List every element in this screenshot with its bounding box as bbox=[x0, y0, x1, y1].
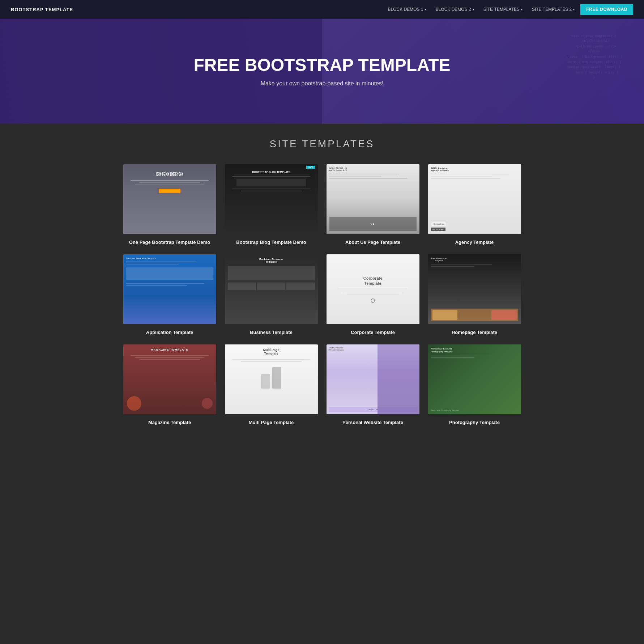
free-download-button[interactable]: FREE DOWNLOAD bbox=[580, 4, 633, 15]
brand-logo[interactable]: BOOTSTRAP TEMPLATE bbox=[11, 7, 73, 12]
template-name-one-page: One Page Bootstrap Template Demo bbox=[123, 239, 216, 246]
template-thumb-application: Bootstrap Application Template bbox=[123, 254, 216, 324]
hero-title: FREE BOOTSTRAP TEMPLATE bbox=[193, 56, 450, 75]
template-thumb-agency: HTML BootstrapAgency Template Contact us… bbox=[428, 164, 521, 234]
template-card-homepage[interactable]: Free HomepageTemplate Homepage Template bbox=[428, 254, 521, 336]
template-thumb-personal: HTML PersonalWebsite Template CONTACT ME bbox=[327, 344, 419, 414]
nav-site-templates-2[interactable]: SITE TEMPLATES 2 ▾ bbox=[528, 5, 578, 14]
template-card-magazine[interactable]: MAGAZINE TEMPLATE Magazine Template bbox=[123, 344, 216, 426]
template-thumb-homepage: Free HomepageTemplate bbox=[428, 254, 521, 324]
template-name-photography: Photography Template bbox=[428, 419, 521, 426]
template-name-magazine: Magazine Template bbox=[123, 419, 216, 426]
template-thumb-magazine: MAGAZINE TEMPLATE bbox=[123, 344, 216, 414]
templates-section: SITE TEMPLATES ONE PAGE TEMPLATE One Pag… bbox=[0, 124, 644, 458]
template-card-about[interactable]: HTML ABOUT USPAGE TEMPLATE ▶ ▶ About Us … bbox=[327, 164, 419, 246]
template-name-blog: Bootstrap Blog Template Demo bbox=[225, 239, 318, 246]
hero-subtitle: Make your own bootstrap-based site in mi… bbox=[193, 80, 450, 87]
template-card-photography[interactable]: Responsive BootstrapPhotography Template… bbox=[428, 344, 521, 426]
template-thumb-multipage: Multi PageTemplate bbox=[225, 344, 318, 414]
template-thumb-about: HTML ABOUT USPAGE TEMPLATE ▶ ▶ bbox=[327, 164, 419, 234]
template-card-personal[interactable]: HTML PersonalWebsite Template CONTACT ME… bbox=[327, 344, 419, 426]
nav-links: BLOCK DEMOS 1 ▾ BLOCK DEMOS 2 ▾ SITE TEM… bbox=[384, 4, 633, 15]
dropdown-caret: ▾ bbox=[521, 8, 523, 11]
templates-grid: ONE PAGE TEMPLATE One Page Bootstrap Tem… bbox=[123, 164, 521, 426]
section-title: SITE TEMPLATES bbox=[7, 138, 637, 150]
dropdown-caret: ▾ bbox=[473, 8, 474, 11]
template-thumb-blog: LIVE BOOTSTRAP BLOG TEMPLATE bbox=[225, 164, 318, 234]
template-thumb-corporate: CorporateTemplate bbox=[327, 254, 419, 324]
dropdown-caret: ▾ bbox=[573, 8, 575, 11]
template-name-multipage: Multi Page Template bbox=[225, 419, 318, 426]
template-card-agency[interactable]: HTML BootstrapAgency Template Contact us… bbox=[428, 164, 521, 246]
hero-section: <div class="container"> <h1>Title</h1> <… bbox=[0, 19, 644, 124]
dropdown-caret: ▾ bbox=[425, 8, 426, 11]
template-name-about: About Us Page Template bbox=[327, 239, 419, 246]
template-thumb-photography: Responsive BootstrapPhotography Template… bbox=[428, 344, 521, 414]
navbar: BOOTSTRAP TEMPLATE BLOCK DEMOS 1 ▾ BLOCK… bbox=[0, 0, 644, 19]
template-name-business: Business Template bbox=[225, 329, 318, 336]
template-card-one-page[interactable]: ONE PAGE TEMPLATE One Page Bootstrap Tem… bbox=[123, 164, 216, 246]
template-name-corporate: Corporate Template bbox=[327, 329, 419, 336]
template-name-homepage: Homepage Template bbox=[428, 329, 521, 336]
nav-block-demos-1[interactable]: BLOCK DEMOS 1 ▾ bbox=[384, 5, 430, 14]
hero-content: FREE BOOTSTRAP TEMPLATE Make your own bo… bbox=[193, 56, 450, 87]
template-thumb-one-page: ONE PAGE TEMPLATE bbox=[123, 164, 216, 234]
template-card-blog[interactable]: LIVE BOOTSTRAP BLOG TEMPLATE Bootstrap B… bbox=[225, 164, 318, 246]
nav-block-demos-2[interactable]: BLOCK DEMOS 2 ▾ bbox=[432, 5, 478, 14]
template-card-application[interactable]: Bootstrap Application Template Applicati… bbox=[123, 254, 216, 336]
template-name-agency: Agency Template bbox=[428, 239, 521, 246]
template-card-business[interactable]: Bootstrap BusinessTemplate Business Temp… bbox=[225, 254, 318, 336]
template-name-personal: Personal Website Template bbox=[327, 419, 419, 426]
template-thumb-business: Bootstrap BusinessTemplate bbox=[225, 254, 318, 324]
template-name-application: Application Template bbox=[123, 329, 216, 336]
nav-site-templates[interactable]: SITE TEMPLATES ▾ bbox=[480, 5, 526, 14]
template-card-corporate[interactable]: CorporateTemplate Corporate Template bbox=[327, 254, 419, 336]
template-card-multipage[interactable]: Multi PageTemplate Multi Page Template bbox=[225, 344, 318, 426]
